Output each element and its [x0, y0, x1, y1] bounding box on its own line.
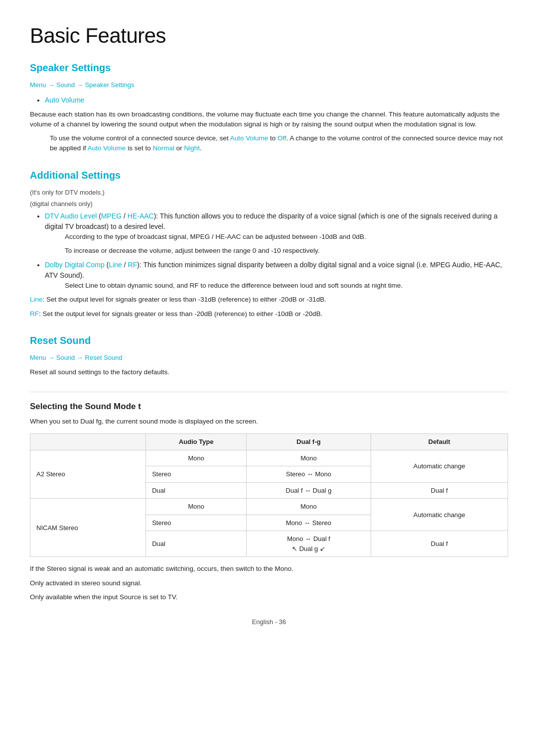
table-header-dual-fg: Dual f-g	[247, 434, 371, 450]
nicam-automatic-default: Automatic change	[371, 499, 508, 531]
dtv-indented1: According to the type of broadcast signa…	[65, 232, 508, 242]
dtv-audio-level-link: DTV Audio Level	[45, 212, 97, 220]
a2-stereo-audio: Stereo	[146, 466, 247, 483]
section-divider	[30, 392, 508, 392]
nicam-dual-default: Dual f	[371, 531, 508, 557]
line-ref: Line	[30, 296, 43, 303]
selecting-sound-body: When you set to Dual fg, the current sou…	[30, 417, 508, 427]
nicam-dual-audio: Dual	[146, 531, 247, 557]
table-header-type	[30, 434, 146, 450]
auto-volume-ref2: Auto Volume	[88, 144, 126, 152]
line-link-paren: Line	[109, 261, 122, 269]
mpeg-link: MPEG	[101, 212, 122, 220]
auto-volume-link: Auto Volume	[45, 96, 84, 104]
additional-settings-list: DTV Audio Level (MPEG / HE-AAC): This fu…	[45, 211, 508, 291]
normal-ref: Normal	[152, 144, 174, 152]
a2-stereo-dual: Stereo ↔ Mono	[247, 466, 371, 483]
additional-settings-section: Additional Settings (It's only for DTV m…	[30, 168, 508, 319]
footnote1: If the Stereo signal is weak and an auto…	[30, 564, 508, 574]
rf-text: RF: Set the output level for signals gre…	[30, 309, 508, 319]
page-title: Basic Features	[30, 20, 508, 51]
auto-volume-ref1: Auto Volume	[230, 134, 269, 142]
he-aac-link: HE-AAC	[128, 212, 154, 220]
nicam-mono-audio: Mono	[146, 499, 247, 515]
speaker-settings-breadcrumb: Menu → Sound → Speaker Settings	[30, 80, 508, 90]
speaker-settings-section: Speaker Settings Menu → Sound → Speaker …	[30, 60, 508, 154]
speaker-settings-body1: Because each station has its own broadca…	[30, 109, 508, 130]
nicam-stereo-label: NICAM Stereo	[30, 499, 146, 557]
nicam-mono-dual: Mono	[247, 499, 371, 515]
page-footer: English - 36	[30, 617, 508, 627]
rf-link-paren: RF	[128, 261, 137, 269]
nicam-stereo-dual: Mono ↔ Stereo	[247, 515, 371, 531]
night-ref: Night	[184, 144, 200, 152]
selecting-sound-title: Selecting the Sound Mode t	[30, 400, 508, 413]
off-ref: Off	[277, 134, 286, 142]
table-row: A2 Stereo Mono Mono Automatic change	[30, 450, 508, 466]
line-text-rest: : Set the output level for signals great…	[43, 296, 327, 303]
a2-automatic-default: Automatic change	[371, 450, 508, 482]
selecting-sound-section: Selecting the Sound Mode t When you set …	[30, 392, 508, 603]
a2-mono-audio: Mono	[146, 450, 247, 466]
dtv-indented2: To increase or decrease the volume, adju…	[65, 246, 508, 256]
nicam-stereo-audio: Stereo	[146, 515, 247, 531]
footnote2: Only activated in stereo sound signal.	[30, 578, 508, 588]
speaker-settings-indented: To use the volume control of a connected…	[50, 133, 508, 154]
sound-mode-table: Audio Type Dual f-g Default A2 Stereo Mo…	[30, 433, 508, 557]
dolby-indented3: Select Line to obtain dynamic sound, and…	[65, 281, 508, 291]
reset-sound-breadcrumb: Menu → Sound → Reset Sound	[30, 353, 508, 363]
additional-settings-title: Additional Settings	[30, 168, 508, 183]
table-footnotes: If the Stereo signal is weak and an auto…	[30, 564, 508, 602]
footnote3: Only available when the input Source is …	[30, 592, 508, 602]
dolby-digital-comp-link: Dolby Digital Comp	[45, 261, 105, 269]
table-header-default: Default	[371, 434, 508, 450]
additional-settings-note1: (It's only for DTV models.)	[30, 188, 508, 198]
a2-mono-dual: Mono	[247, 450, 371, 466]
reset-sound-section: Reset Sound Menu → Sound → Reset Sound R…	[30, 333, 508, 378]
rf-text-rest: : Set the output level for signals great…	[39, 310, 323, 318]
table-row: NICAM Stereo Mono Mono Automatic change	[30, 499, 508, 515]
a2-dual-audio: Dual	[146, 482, 247, 499]
reset-sound-title: Reset Sound	[30, 333, 508, 348]
table-header-audio-type: Audio Type	[146, 434, 247, 450]
additional-settings-note2: (digital channels only)	[30, 199, 508, 209]
speaker-settings-list: Auto Volume	[45, 95, 508, 106]
a2-dual-dual: Dual f ↔ Dual g	[247, 482, 371, 499]
reset-sound-body: Reset all sound settings to the factory …	[30, 367, 508, 377]
a2-stereo-label: A2 Stereo	[30, 450, 146, 499]
rf-ref: RF	[30, 310, 39, 318]
a2-dual-default: Dual f	[371, 482, 508, 499]
nicam-dual-dual: Mono ↔ Dual f↖ Dual g ↙	[247, 531, 371, 557]
line-text: Line: Set the output level for signals g…	[30, 295, 508, 305]
speaker-settings-title: Speaker Settings	[30, 60, 508, 75]
